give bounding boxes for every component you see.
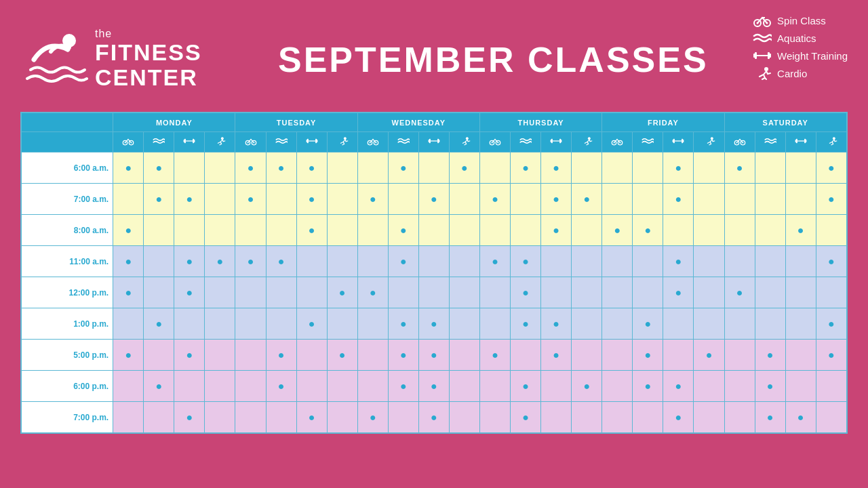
cell-tue-1: ● [266,371,296,402]
cell-mon-3 [205,184,235,215]
cell-tue-3 [327,246,357,277]
cell-fri-2: ● [663,152,694,184]
svg-rect-17 [186,140,194,141]
cell-thu-2 [541,246,572,277]
fri-cardio-icon-header [694,132,724,152]
cell-tue-0: ● [235,184,266,215]
cell-mon-3 [205,371,235,402]
cell-mon-2: ● [174,184,205,215]
cell-thu-0: ● [479,340,510,371]
tue-spin-icon-header [235,132,266,152]
cell-wed-1: ● [388,246,418,277]
cell-thu-3 [572,246,602,277]
cell-wed-3 [449,308,479,340]
cell-wed-0 [357,246,388,277]
cell-fri-0 [602,340,633,371]
cell-wed-3: ● [449,152,479,184]
cell-sat-0 [724,246,755,277]
time-cell: 8:00 a.m. [22,215,113,246]
cell-tue-1: ● [266,340,296,371]
cell-sat-2 [785,246,816,277]
cell-wed-2: ● [418,402,449,433]
cell-mon-1 [144,246,174,277]
cell-sat-2 [785,277,816,308]
spin-label: Spin Class [777,15,826,26]
legend-aquatics: Aquatics [753,31,848,45]
monday-header: MONDAY [113,113,235,132]
cell-tue-2: ● [296,215,327,246]
cell-fri-1 [633,402,663,433]
cell-tue-0 [235,215,266,246]
svg-rect-47 [552,140,560,141]
cell-wed-1 [388,184,418,215]
cell-mon-2 [174,308,205,340]
mon-cardio-icon-header [205,132,235,152]
cell-wed-3 [449,184,479,215]
cell-thu-0 [479,371,510,402]
cell-tue-2: ● [296,308,327,340]
data-row: 5:00 p.m.●●●●●●●●●●●● [22,340,847,371]
cell-thu-0 [479,215,510,246]
svg-rect-28 [307,138,309,142]
cell-sat-0 [724,340,755,371]
svg-rect-8 [755,52,757,59]
cell-sat-1: ● [755,371,785,402]
svg-point-34 [375,142,376,143]
cell-tue-2 [296,277,327,308]
svg-rect-57 [675,140,683,141]
cell-thu-2 [541,371,572,402]
cell-mon-1 [144,340,174,371]
cell-fri-1 [633,184,663,215]
cell-mon-1 [144,402,174,433]
cell-wed-0 [357,371,388,402]
svg-rect-49 [559,138,561,142]
svg-point-13 [125,142,126,143]
svg-point-23 [247,142,248,143]
cell-fri-1 [633,152,663,184]
cell-sat-1 [755,215,785,246]
cell-sat-0: ● [724,152,755,184]
cell-tue-3 [327,184,357,215]
data-row: 12:00 p.m.●●●●●●● [22,277,847,308]
svg-rect-48 [551,138,553,142]
cell-tue-3: ● [327,340,357,371]
cell-fri-3: ● [694,340,724,371]
cell-sat-3: ● [816,308,846,340]
cell-mon-1: ● [144,308,174,340]
cell-thu-0 [479,308,510,340]
cell-sat-0 [724,371,755,402]
aquatics-icon [753,31,772,45]
cell-wed-2 [418,215,449,246]
cell-wed-2 [418,152,449,184]
wed-cardio-icon-header [449,132,479,152]
wed-aqua-icon-header [388,132,418,152]
cell-fri-2: ● [663,246,694,277]
fri-aqua-icon-header [633,132,663,152]
cell-wed-0: ● [357,184,388,215]
cell-thu-2: ● [541,184,572,215]
svg-point-33 [369,142,370,143]
cell-tue-1 [266,308,296,340]
svg-rect-69 [804,138,806,142]
cell-thu-2: ● [541,215,572,246]
cell-thu-0: ● [479,184,510,215]
cell-mon-0 [113,184,144,215]
wed-weight-icon-header [418,132,449,152]
cell-tue-2 [296,340,327,371]
legend: Spin Class Aquatics Weight Training [753,14,848,80]
cell-mon-0 [113,371,144,402]
cell-thu-0 [479,277,510,308]
saturday-header: SATURDAY [724,113,846,132]
cell-tue-1 [266,277,296,308]
mon-weight-icon-header [174,132,205,152]
cell-sat-2: ● [785,215,816,246]
cell-mon-2 [174,371,205,402]
mon-spin-icon-header [113,132,144,152]
cell-wed-2: ● [418,371,449,402]
cell-wed-0: ● [357,402,388,433]
legend-spin: Spin Class [753,14,848,27]
svg-point-63 [736,142,737,143]
cell-tue-3: ● [327,277,357,308]
fri-weight-icon-header [663,132,694,152]
cell-mon-2: ● [174,277,205,308]
